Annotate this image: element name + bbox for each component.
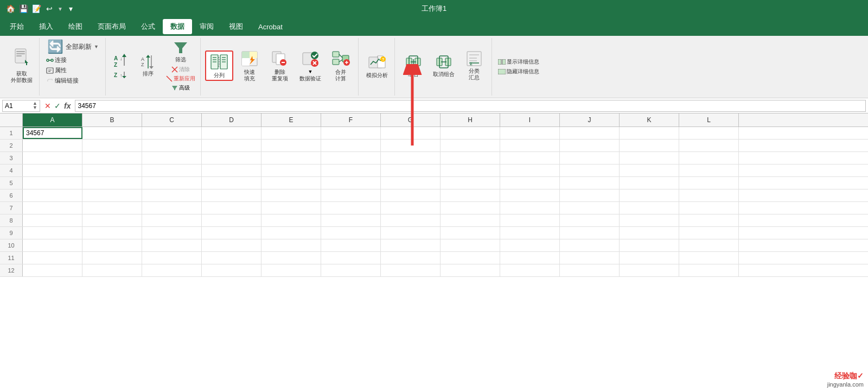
sort-button[interactable]: A Z 排序 — [134, 53, 162, 78]
cell[interactable] — [441, 227, 500, 239]
refresh-all-button[interactable]: 🔄 全部刷新 ▼ — [44, 39, 102, 54]
col-header-H[interactable]: H — [441, 113, 500, 127]
cell[interactable] — [142, 140, 202, 151]
cell[interactable] — [560, 264, 620, 276]
cell[interactable] — [321, 202, 381, 214]
cell[interactable] — [261, 177, 321, 189]
cell[interactable] — [441, 165, 500, 176]
cell[interactable] — [500, 264, 560, 276]
col-header-C[interactable]: C — [142, 113, 202, 127]
group-button[interactable]: 组合 — [399, 53, 427, 79]
cell[interactable] — [381, 264, 441, 276]
cell[interactable] — [500, 189, 560, 201]
cell[interactable] — [261, 152, 321, 164]
cell[interactable] — [82, 177, 142, 189]
cell[interactable] — [500, 127, 560, 139]
cell[interactable] — [381, 202, 441, 214]
menu-start[interactable]: 开始 — [2, 19, 31, 34]
cell[interactable] — [261, 252, 321, 264]
cell[interactable] — [321, 165, 381, 176]
cell[interactable] — [500, 165, 560, 176]
cell[interactable] — [23, 202, 82, 214]
col-header-J[interactable]: J — [560, 113, 620, 127]
cell[interactable] — [202, 214, 261, 226]
cell[interactable] — [679, 165, 739, 176]
cell[interactable] — [23, 152, 82, 164]
cell[interactable] — [381, 140, 441, 151]
ungroup-button[interactable]: 取消组合 — [430, 53, 458, 79]
cell[interactable] — [261, 127, 321, 139]
cell[interactable] — [679, 177, 739, 189]
menu-page-layout[interactable]: 页面布局 — [90, 19, 133, 34]
cell[interactable] — [560, 177, 620, 189]
menu-data[interactable]: 数据 — [163, 19, 192, 34]
cell[interactable] — [620, 227, 679, 239]
cell[interactable] — [560, 227, 620, 239]
cell[interactable] — [441, 127, 500, 139]
cell[interactable] — [381, 214, 441, 226]
cell[interactable] — [82, 140, 142, 151]
menu-acrobat[interactable]: Acrobat — [251, 19, 290, 34]
cell[interactable] — [23, 214, 82, 226]
col-header-E[interactable]: E — [261, 113, 321, 127]
filter-button[interactable]: 筛选 — [167, 39, 195, 64]
cell[interactable] — [560, 214, 620, 226]
cell[interactable] — [321, 152, 381, 164]
cell[interactable] — [261, 140, 321, 151]
insert-function-icon[interactable]: fx — [64, 102, 71, 110]
save-icon[interactable]: 💾 — [18, 4, 28, 14]
cell[interactable] — [23, 264, 82, 276]
cell[interactable] — [441, 177, 500, 189]
col-header-D[interactable]: D — [202, 113, 261, 127]
cell[interactable] — [202, 252, 261, 264]
cell[interactable] — [500, 202, 560, 214]
cell[interactable] — [23, 177, 82, 189]
cell[interactable] — [500, 177, 560, 189]
flash-fill-button[interactable]: 快速填充 — [235, 48, 264, 83]
col-header-F[interactable]: F — [321, 113, 381, 127]
cell[interactable] — [202, 165, 261, 176]
cell[interactable] — [321, 127, 381, 139]
cell[interactable] — [679, 202, 739, 214]
clear-button[interactable]: 清除 — [164, 65, 197, 74]
cell[interactable] — [261, 202, 321, 214]
cell[interactable] — [441, 252, 500, 264]
cell[interactable] — [500, 214, 560, 226]
cell[interactable] — [202, 127, 261, 139]
confirm-formula-icon[interactable]: ✓ — [54, 102, 61, 110]
col-header-G[interactable]: G — [381, 113, 441, 127]
cell[interactable] — [142, 264, 202, 276]
cell[interactable] — [202, 202, 261, 214]
cell[interactable] — [620, 165, 679, 176]
cell[interactable] — [620, 202, 679, 214]
cell[interactable] — [441, 152, 500, 164]
cell[interactable] — [620, 264, 679, 276]
cell[interactable] — [82, 264, 142, 276]
cell[interactable] — [500, 227, 560, 239]
cell[interactable] — [620, 127, 679, 139]
edit-link-button[interactable]: 编辑链接 — [44, 76, 102, 85]
cell[interactable] — [321, 177, 381, 189]
cell[interactable] — [679, 152, 739, 164]
cell[interactable] — [142, 252, 202, 264]
cell[interactable] — [23, 239, 82, 251]
col-header-L[interactable]: L — [679, 113, 739, 127]
refresh-dropdown-icon[interactable]: ▼ — [94, 44, 99, 49]
cell[interactable] — [679, 140, 739, 151]
cell[interactable] — [261, 239, 321, 251]
col-header-B[interactable]: B — [82, 113, 142, 127]
menu-formula[interactable]: 公式 — [133, 19, 163, 34]
cell[interactable] — [441, 189, 500, 201]
cell[interactable] — [142, 177, 202, 189]
reapply-button[interactable]: 重新应用 — [164, 74, 197, 83]
show-detail-button[interactable]: 显示详细信息 — [496, 58, 541, 66]
cell[interactable] — [679, 214, 739, 226]
cell[interactable] — [142, 239, 202, 251]
cell[interactable] — [321, 140, 381, 151]
cell[interactable] — [620, 177, 679, 189]
cell[interactable] — [142, 127, 202, 139]
cell[interactable] — [82, 152, 142, 164]
cell[interactable] — [202, 140, 261, 151]
formula-input[interactable] — [75, 100, 866, 112]
cell[interactable] — [500, 152, 560, 164]
